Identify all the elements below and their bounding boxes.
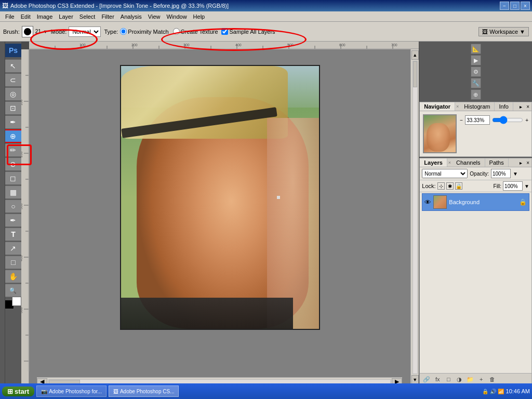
menu-window[interactable]: Window xyxy=(163,12,190,21)
mode-select[interactable]: Normal xyxy=(69,26,101,37)
nav-panel-close[interactable]: × xyxy=(524,104,531,110)
taskbar-photoshop-2[interactable]: 🖼 Adobe Photoshop CS... xyxy=(109,385,179,397)
pen-tool[interactable]: ✒ xyxy=(5,214,22,227)
mini-tool-2[interactable]: ▶ xyxy=(471,55,481,65)
tab-paths[interactable]: Paths xyxy=(485,158,509,167)
blend-mode-select[interactable]: Normal xyxy=(422,169,468,178)
opacity-arrow[interactable]: ▼ xyxy=(513,171,518,177)
nav-panel-menu[interactable]: ▸ xyxy=(517,104,524,110)
taskbar-icon-2: 🖼 xyxy=(113,389,118,394)
path-select-tool[interactable]: ↗ xyxy=(5,242,22,255)
dodge-tool[interactable]: ○ xyxy=(5,200,22,213)
proximity-radio[interactable]: Proximity Match xyxy=(120,28,168,35)
taskbar-label-1: Adobe Photoshop for... xyxy=(49,389,102,394)
sample-all-layers[interactable]: Sample All Layers xyxy=(221,28,275,35)
healing-brush-tool[interactable]: ⊕ xyxy=(5,129,22,143)
tab-layers[interactable]: Layers xyxy=(420,158,447,167)
brush-tool[interactable]: ✏ xyxy=(5,143,22,157)
layer-lock-indicator: 🔒 xyxy=(519,198,527,206)
layer-eye-icon[interactable]: 👁 xyxy=(424,198,431,206)
type-tool[interactable]: T xyxy=(5,228,22,241)
menu-help[interactable]: Help xyxy=(190,12,208,21)
delete-layer-btn[interactable]: 🗑 xyxy=(487,375,497,383)
hand-tool[interactable]: ✋ xyxy=(5,270,22,283)
opacity-input[interactable] xyxy=(491,169,511,178)
svg-text:400: 400 xyxy=(21,255,23,261)
workspace-button[interactable]: 🖼 Workspace ▼ xyxy=(478,27,529,36)
layer-link-btn[interactable]: 🔗 xyxy=(422,375,431,383)
move-tool[interactable]: ↖ xyxy=(5,59,22,73)
texture-radio[interactable]: Create Texture xyxy=(173,28,218,35)
fill-arrow[interactable]: ▼ xyxy=(524,183,529,189)
layer-thumbnail xyxy=(433,195,447,209)
minimize-button[interactable]: − xyxy=(500,2,509,10)
mode-group: Mode: Normal xyxy=(51,26,101,37)
layers-panel-menu[interactable]: ▸ xyxy=(517,160,524,166)
brush-dropdown-arrow[interactable]: ▼ xyxy=(43,29,48,34)
menu-edit[interactable]: Edit xyxy=(18,12,34,21)
quick-select-tool[interactable]: ◎ xyxy=(5,87,22,101)
v-scrollbar[interactable]: ▲ ▼ xyxy=(410,49,419,385)
zoom-in-btn[interactable]: + xyxy=(525,117,528,123)
background-color-chip[interactable] xyxy=(12,297,21,306)
navigator-content: − + xyxy=(420,111,531,156)
crop-tool[interactable]: ⊡ xyxy=(5,101,22,115)
window-controls[interactable]: − □ × xyxy=(500,2,530,10)
gradient-tool[interactable]: ▦ xyxy=(5,185,22,199)
eyedropper-tool[interactable]: ✒ xyxy=(5,115,22,129)
lasso-tool[interactable]: ⊂ xyxy=(5,73,22,87)
scroll-up-btn[interactable]: ▲ xyxy=(411,50,419,60)
menu-image[interactable]: Image xyxy=(34,12,56,21)
lock-all-btn[interactable]: 🔒 xyxy=(455,182,462,190)
restore-button[interactable]: □ xyxy=(510,2,520,10)
close-button[interactable]: × xyxy=(521,2,530,10)
mini-tool-1[interactable]: 📐 xyxy=(471,44,481,54)
menu-file[interactable]: File xyxy=(2,12,18,21)
rectangle-tool[interactable]: □ xyxy=(5,256,22,269)
mini-tool-4[interactable]: 🔧 xyxy=(471,78,481,88)
canvas-viewport[interactable]: ◀ ▶ xyxy=(29,49,410,385)
workspace-arrow: ▼ xyxy=(520,29,525,35)
menu-layer[interactable]: Layer xyxy=(56,12,76,21)
type-radio-group: Proximity Match Create Texture xyxy=(120,28,218,35)
v-scrollbar-thumb[interactable] xyxy=(413,61,417,87)
layer-mask-btn[interactable]: □ xyxy=(444,375,453,383)
zoom-tool[interactable]: 🔍 xyxy=(5,284,22,297)
menu-view[interactable]: View xyxy=(145,12,164,21)
fill-input[interactable] xyxy=(503,181,523,191)
workspace-icon: 🖼 xyxy=(482,29,488,35)
layer-fx-btn[interactable]: fx xyxy=(433,375,442,383)
image-canvas[interactable] xyxy=(120,65,320,330)
type-group: Type: Proximity Match Create Texture xyxy=(104,28,218,35)
tab-histogram[interactable]: Histogram xyxy=(460,102,495,111)
brush-preview-circle xyxy=(24,28,31,35)
zoom-input[interactable] xyxy=(465,115,490,125)
start-button[interactable]: ⊞ start xyxy=(2,387,34,396)
layer-background[interactable]: 👁 Background 🔒 xyxy=(422,193,529,211)
proximity-label: Proximity Match xyxy=(128,29,168,35)
menu-select[interactable]: Select xyxy=(76,12,99,21)
lock-position-btn[interactable]: ⊹ xyxy=(437,182,445,190)
svg-text:200: 200 xyxy=(131,43,138,47)
v-scrollbar-track[interactable] xyxy=(413,61,418,374)
zoom-slider[interactable] xyxy=(492,116,523,124)
lock-pixels-btn[interactable]: ✱ xyxy=(446,182,454,190)
layer-adj-btn[interactable]: ◑ xyxy=(455,375,464,383)
clone-stamp-tool[interactable]: ⊘ xyxy=(5,157,22,171)
brush-picker[interactable] xyxy=(22,26,33,37)
taskbar-photoshop-1[interactable]: 📷 Adobe Photoshop for... xyxy=(36,385,107,397)
tab-navigator[interactable]: Navigator xyxy=(420,102,455,111)
tab-channels[interactable]: Channels xyxy=(452,158,485,167)
main-layout: Ps ↖ ⊂ ◎ ⊡ ✒ ⊕ ✏ ⊘ ◻ ▦ ○ ✒ T ↗ □ ✋ 🔍 xyxy=(0,42,532,385)
eraser-tool[interactable]: ◻ xyxy=(5,171,22,185)
zoom-out-btn[interactable]: − xyxy=(460,117,463,123)
texture-label: Create Texture xyxy=(181,29,218,35)
menu-analysis[interactable]: Analysis xyxy=(117,12,145,21)
new-layer-btn[interactable]: + xyxy=(476,375,486,383)
mini-tool-3[interactable]: ⚙ xyxy=(471,66,481,77)
layer-group-btn[interactable]: 📁 xyxy=(466,375,475,383)
tab-info[interactable]: Info xyxy=(495,102,513,111)
mini-tool-5[interactable]: ⊕ xyxy=(471,89,481,100)
menu-filter[interactable]: Filter xyxy=(98,12,117,21)
layers-panel-close[interactable]: × xyxy=(524,160,531,166)
